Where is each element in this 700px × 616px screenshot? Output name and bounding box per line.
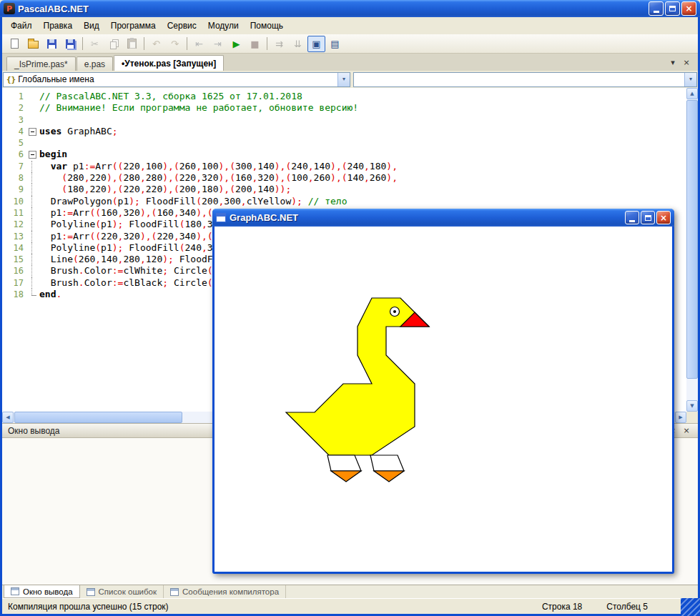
close-button[interactable]: × (681, 1, 696, 16)
window-border-left (0, 17, 2, 616)
undo-button[interactable]: ↶ (147, 36, 165, 52)
member-combobox[interactable]: ▾ (353, 72, 697, 87)
code-line[interactable]: 9 (180,220),(220,220),(200,180),(200,140… (2, 184, 686, 195)
menu-item[interactable]: Вид (78, 18, 105, 34)
menu-item[interactable]: Сервис (162, 18, 202, 34)
code-line[interactable]: 4uses GraphABC; (2, 126, 686, 137)
line-number: 1 (2, 91, 28, 102)
new-file-icon (11, 39, 19, 49)
toolbar-separator (144, 37, 144, 50)
fold-guide (28, 196, 39, 207)
document-tab[interactable]: e.pas (77, 56, 113, 71)
code-line[interactable]: 5 (2, 137, 686, 149)
fold-guide (28, 137, 39, 149)
status-message: Компиляция прошла успешно (15 строк) (8, 602, 169, 612)
menu-item[interactable]: Файл (5, 18, 38, 34)
open-file-button[interactable] (24, 36, 42, 52)
scrollbar-corner (686, 412, 698, 423)
document-tab[interactable]: _IsPrime.pas* (6, 56, 76, 71)
code-line[interactable]: 2// Внимание! Если программа не работает… (2, 102, 686, 114)
graphabc-titlebar[interactable]: GraphABC.NET × (212, 209, 674, 227)
graphabc-close-button[interactable]: × (656, 211, 671, 224)
cut-button[interactable]: ✂ (86, 36, 104, 52)
bottom-tab[interactable]: Окно вывода (4, 585, 80, 598)
menubar: ФайлПравкаВидПрограммаСервисМодулиПомощь (2, 17, 698, 34)
step-with-enter-button[interactable]: ⇊ (289, 36, 307, 52)
tab-close-button[interactable]: × (681, 57, 692, 68)
output-close-button[interactable]: × (681, 425, 692, 436)
debug-window-toggle-button[interactable]: ▤ (326, 36, 344, 52)
menu-item[interactable]: Программа (105, 18, 162, 34)
output-window-toggle-icon: ▣ (312, 39, 320, 49)
code-text: end. (39, 289, 61, 300)
fold-toggle-icon[interactable] (28, 126, 39, 137)
scope-combobox[interactable]: {} Глобальные имена ▾ (3, 72, 350, 87)
graphabc-minimize-button[interactable] (625, 211, 639, 224)
graphabc-maximize-button[interactable] (641, 211, 655, 224)
scroll-right-icon[interactable]: ▶ (675, 412, 686, 423)
code-line[interactable]: 1// PascalABC.NET 3.3, сборка 1625 от 17… (2, 91, 686, 102)
vertical-scroll-thumb[interactable] (686, 100, 698, 379)
horizontal-scroll-thumb[interactable] (14, 412, 182, 423)
maximize-icon (669, 6, 676, 11)
goto-definition-button[interactable]: ⇤ (190, 36, 208, 52)
minimize-button[interactable] (649, 1, 664, 16)
navigation-bar: {} Глобальные имена ▾ ▾ (2, 71, 698, 88)
bottom-tab-label: Окно вывода (23, 587, 73, 596)
step-without-enter-button[interactable]: ⇉ (270, 36, 288, 52)
fold-guide (28, 254, 39, 265)
redo-button[interactable]: ↷ (166, 36, 184, 52)
scroll-left-icon[interactable]: ◀ (2, 412, 14, 423)
save-all-button[interactable] (61, 36, 79, 52)
menu-item[interactable]: Помощь (245, 18, 289, 34)
save-all-icon (66, 39, 75, 49)
run-button[interactable]: ▶ (227, 36, 245, 52)
scope-dropdown-button[interactable]: ▾ (337, 73, 350, 86)
code-line[interactable]: 8 (280,220),(280,280),(220,320),(160,320… (2, 172, 686, 184)
braces-icon: {} (4, 76, 18, 84)
new-file-button[interactable] (6, 36, 24, 52)
tab-list-button[interactable]: ▾ (667, 57, 679, 68)
redo-icon: ↷ (171, 39, 179, 49)
goto-realization-button[interactable]: ⇥ (209, 36, 227, 52)
fold-toggle-icon[interactable] (28, 149, 39, 160)
code-text: // Внимание! Если программа не работает,… (39, 102, 358, 114)
bottom-tab-label: Сообщения компилятора (182, 587, 279, 596)
code-line[interactable]: 3 (2, 114, 686, 126)
line-number: 10 (2, 196, 28, 207)
resize-grip[interactable] (681, 598, 700, 616)
line-number: 3 (2, 114, 28, 126)
code-text: p1:=Arr((160,320),(160,340),(200 (39, 207, 230, 219)
maximize-button[interactable] (665, 1, 680, 16)
paste-button[interactable] (123, 36, 141, 52)
bottom-tab[interactable]: Сообщения компилятора (164, 585, 286, 598)
save-file-icon (47, 39, 56, 49)
step-with-enter-icon: ⇊ (294, 39, 302, 49)
code-line[interactable]: 7 var p1:=Arr((220,100),(260,100),(300,1… (2, 161, 686, 172)
stop-button[interactable]: ■ (246, 36, 264, 52)
titlebar: PascalABC.NET × (0, 0, 700, 17)
scroll-down-icon[interactable]: ▼ (686, 400, 698, 412)
minimize-icon (654, 11, 659, 13)
duck-right-web (374, 471, 404, 482)
save-file-button[interactable] (43, 36, 61, 52)
menu-item[interactable]: Модули (202, 18, 245, 34)
pascalabc-app-icon (4, 3, 15, 14)
code-line[interactable]: 6begin (2, 149, 686, 160)
scroll-up-icon[interactable]: ▲ (686, 88, 698, 99)
code-line[interactable]: 10 DrawPolygon(p1); FloodFill(200,300,cl… (2, 196, 686, 207)
fold-guide (28, 184, 39, 195)
copy-button[interactable] (104, 36, 122, 52)
line-number: 9 (2, 184, 28, 195)
panel-window-icon (11, 587, 19, 595)
document-tab[interactable]: •Утенок.pas [Запущен] (114, 55, 224, 71)
status-bar: Компиляция прошла успешно (15 строк) Стр… (2, 598, 698, 614)
vertical-scrollbar[interactable]: ▲ ▼ (686, 88, 698, 412)
bottom-tab[interactable]: Список ошибок (80, 585, 164, 598)
menu-item[interactable]: Правка (38, 18, 79, 34)
code-text: Polyline(p1); FloodFill(180,330, (39, 219, 230, 230)
step-without-enter-icon: ⇉ (275, 39, 283, 49)
output-window-toggle-button[interactable]: ▣ (307, 36, 325, 52)
fold-guide (28, 242, 39, 254)
member-dropdown-button[interactable]: ▾ (684, 73, 696, 86)
